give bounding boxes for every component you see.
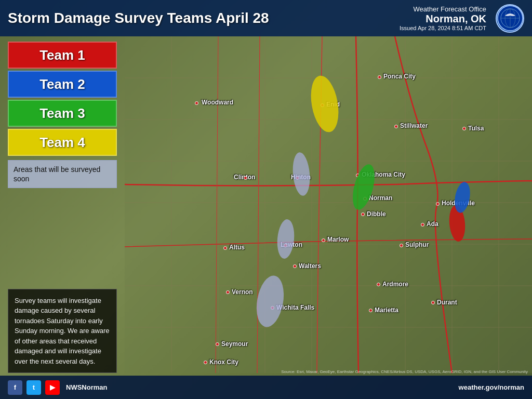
info-text: Survey teams will investigate damage cau… <box>15 297 110 365</box>
team1-legend: Team 1 <box>8 42 117 69</box>
main-container: Storm Damage Survey Teams April 28 Weath… <box>0 0 532 399</box>
info-box: Survey teams will investigate damage cau… <box>8 289 117 374</box>
damage-markers <box>125 36 532 373</box>
nws-logo <box>496 4 524 33</box>
svg-point-26 <box>291 152 311 196</box>
facebook-icon[interactable]: f <box>8 380 22 395</box>
team4-legend: Team 4 <box>8 129 117 156</box>
website-url: weather.gov/norman <box>459 383 524 391</box>
svg-point-27 <box>253 273 288 329</box>
survey-soon-legend: Areas that will be surveyed soon <box>8 160 117 188</box>
youtube-icon[interactable]: ▶ <box>45 380 60 395</box>
team4-label: Team 4 <box>39 135 85 151</box>
footer: f t ▶ NWSNorman weather.gov/norman <box>0 376 532 399</box>
svg-point-28 <box>276 219 296 259</box>
svg-point-22 <box>307 73 342 134</box>
header-info: Weather Forecast Office Norman, OK Issue… <box>400 5 486 31</box>
team1-label: Team 1 <box>39 47 85 63</box>
office-city: Norman, OK <box>400 13 486 25</box>
twitter-icon[interactable]: t <box>26 380 41 395</box>
page-title: Storm Damage Survey Teams April 28 <box>8 10 269 26</box>
wfo-label: Weather Forecast Office <box>400 5 486 13</box>
legend: Team 1 Team 2 Team 3 Team 4 Areas that w… <box>8 42 117 188</box>
svg-point-23 <box>349 162 379 212</box>
team3-legend: Team 3 <box>8 100 117 127</box>
survey-soon-text: Areas that will be surveyed soon <box>14 165 100 183</box>
team2-legend: Team 2 <box>8 71 117 98</box>
source-text: Source: Esri, Maxar, GeoEye, Earthstar G… <box>281 369 528 374</box>
social-handle: NWSNorman <box>66 383 107 391</box>
issued-date: Issued Apr 28, 2024 8:51 AM CDT <box>400 25 486 31</box>
header: Storm Damage Survey Teams April 28 Weath… <box>0 0 532 36</box>
team3-label: Team 3 <box>39 105 85 122</box>
team2-label: Team 2 <box>39 76 85 92</box>
social-icons: f t ▶ NWSNorman <box>8 380 107 395</box>
